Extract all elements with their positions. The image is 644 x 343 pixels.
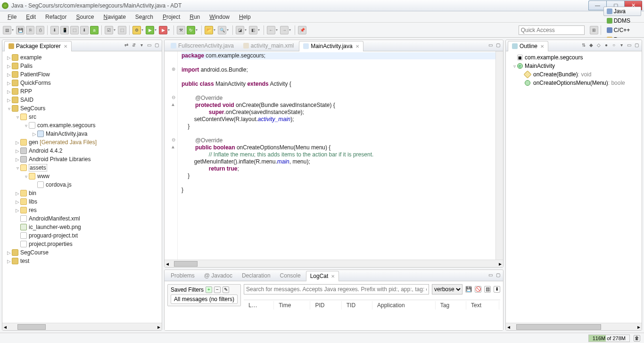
close-icon[interactable]: ✕ bbox=[64, 44, 67, 49]
tree-node[interactable]: ▿SegCours bbox=[2, 104, 162, 113]
task-button[interactable]: ◪ bbox=[236, 26, 244, 34]
print-button[interactable]: ⎙ bbox=[36, 26, 44, 34]
clear-log-icon[interactable]: 🚫 bbox=[475, 286, 481, 293]
perspective-cc[interactable]: C/C++ bbox=[603, 25, 641, 35]
code-editor[interactable]: ⊕⊖▲⊖▲ package com.example.segcours; impo… bbox=[165, 51, 503, 260]
save-log-icon[interactable]: 💾 bbox=[465, 286, 472, 293]
tree-node[interactable]: ▷Android 4.4.2 bbox=[2, 147, 162, 155]
filter1-icon[interactable]: ◆ bbox=[588, 42, 594, 49]
open-perspective-button[interactable]: ⊞ bbox=[590, 26, 598, 34]
saved-filter-item[interactable]: All messages (no filters) bbox=[171, 294, 238, 304]
new-xml-button[interactable]: ⬇ bbox=[80, 26, 89, 34]
outline-method-oncreateoptions[interactable]: onCreateOptionsMenu(Menu) bbox=[533, 80, 608, 86]
editor-tab[interactable]: MainActivity.java✕ bbox=[299, 41, 363, 51]
view-menu-icon[interactable]: ▾ bbox=[618, 42, 625, 49]
task2-button[interactable]: ◧ bbox=[249, 26, 257, 34]
perspective-java[interactable]: Java bbox=[603, 7, 641, 16]
tree-node[interactable]: ▷Android Private Libraries bbox=[2, 155, 162, 163]
editor-tab[interactable]: activity_main.xml bbox=[239, 41, 298, 51]
log-column[interactable]: TID bbox=[343, 301, 372, 310]
menu-help[interactable]: Help bbox=[234, 14, 256, 20]
pin-button[interactable]: 📌 bbox=[298, 26, 306, 34]
menu-navigate[interactable]: Navigate bbox=[99, 14, 130, 20]
tree-node[interactable]: ▷libs bbox=[2, 197, 162, 206]
run-button[interactable]: ▶ bbox=[146, 26, 154, 34]
outline-package[interactable]: com.example.segcours bbox=[525, 54, 583, 61]
minimize-outline-icon[interactable]: ▭ bbox=[626, 42, 632, 49]
remove-filter-button[interactable]: − bbox=[214, 286, 221, 293]
tree-node[interactable]: ▿assets bbox=[2, 163, 162, 172]
tree-node[interactable]: ▷SegCourse bbox=[2, 248, 162, 257]
log-column[interactable]: Application bbox=[373, 301, 436, 310]
tree-node[interactable]: ▷SAID bbox=[2, 96, 162, 104]
log-column[interactable]: Time bbox=[275, 301, 310, 310]
tree-node[interactable]: cordova.js bbox=[2, 180, 162, 189]
link-editor-icon[interactable]: ⇵ bbox=[131, 42, 137, 49]
tree-node[interactable]: ic_launcher-web.png bbox=[2, 223, 162, 231]
minimize-panel-icon[interactable]: ▭ bbox=[146, 42, 152, 49]
log-column[interactable]: Tag bbox=[437, 301, 466, 310]
gc-button[interactable]: 🗑 bbox=[634, 335, 640, 342]
editor-tab[interactable]: FullscreenActivity.java bbox=[166, 41, 238, 51]
maximize-outline-icon[interactable]: ▢ bbox=[633, 42, 640, 49]
display-icon[interactable]: ▥ bbox=[484, 286, 491, 293]
menu-refactor[interactable]: Refactor bbox=[41, 14, 71, 20]
new-button[interactable]: ▤ bbox=[3, 26, 11, 34]
filter2-icon[interactable]: ◇ bbox=[595, 42, 602, 49]
open-type-button[interactable]: 📂 bbox=[205, 26, 213, 34]
menu-edit[interactable]: Edit bbox=[21, 14, 41, 20]
tree-node[interactable]: ▷MainActivity.java bbox=[2, 130, 162, 138]
bottom-tab-javadoc[interactable]: @ Javadoc bbox=[200, 270, 237, 281]
tree-node[interactable]: ▷res bbox=[2, 206, 162, 214]
bottom-tab-declaration[interactable]: Declaration bbox=[238, 270, 275, 281]
tree-node[interactable]: ▷Palis bbox=[2, 62, 162, 70]
lint-button[interactable]: ⬚ bbox=[70, 26, 79, 34]
tree-node[interactable]: ▿com.example.segcours bbox=[2, 121, 162, 130]
form-button[interactable]: ⬚ bbox=[118, 26, 126, 34]
tree-node[interactable]: ▿www bbox=[2, 172, 162, 180]
save-all-button[interactable]: ⎘ bbox=[26, 26, 34, 34]
perspective-ddms[interactable]: DDMS bbox=[603, 16, 641, 25]
cycle-button[interactable]: ↻ bbox=[187, 26, 195, 34]
menu-window[interactable]: Window bbox=[205, 14, 234, 20]
menu-project[interactable]: Project bbox=[158, 14, 185, 20]
stop-button[interactable]: ▶ bbox=[159, 26, 167, 34]
menu-file[interactable]: File bbox=[3, 14, 21, 20]
log-level-select[interactable]: verbose bbox=[432, 284, 462, 294]
log-column[interactable]: Text bbox=[467, 301, 499, 310]
menu-search[interactable]: Search bbox=[131, 14, 158, 20]
check-button[interactable]: ☑ bbox=[105, 26, 113, 34]
android-icon[interactable]: a bbox=[90, 26, 99, 34]
avd-manager-button[interactable]: 📱 bbox=[60, 26, 69, 34]
search-button[interactable]: 🔍 bbox=[218, 26, 226, 34]
quick-access-input[interactable] bbox=[519, 25, 585, 35]
maximize-bottom-icon[interactable]: ▢ bbox=[495, 272, 501, 279]
bottom-tab-logcat[interactable]: LogCat✕ bbox=[306, 271, 339, 281]
bottom-tab-problems[interactable]: Problems bbox=[166, 270, 199, 281]
filter3-icon[interactable]: ● bbox=[603, 42, 610, 49]
filter4-icon[interactable]: ○ bbox=[611, 42, 617, 49]
tree-node[interactable]: AndroidManifest.xml bbox=[2, 214, 162, 223]
bottom-tab-console[interactable]: Console bbox=[276, 270, 305, 281]
menu-source[interactable]: Source bbox=[71, 14, 99, 20]
package-tree[interactable]: ▷example▷Palis▷PatientFlow▷QuickForms▷RP… bbox=[2, 51, 162, 267]
tree-node[interactable]: ▷PatientFlow bbox=[2, 70, 162, 79]
log-column[interactable]: PID bbox=[311, 301, 341, 310]
log-column[interactable]: L… bbox=[245, 301, 274, 310]
scroll-lock-icon[interactable]: ⬇ bbox=[494, 286, 500, 293]
tree-node[interactable]: ▷test bbox=[2, 257, 162, 265]
tab-package-explorer[interactable]: Package Explorer ✕ bbox=[4, 41, 72, 51]
h-scrollbar[interactable]: ◂▸ bbox=[165, 260, 503, 267]
ext-tools-button[interactable]: ⚒ bbox=[177, 26, 185, 34]
v-scrollbar[interactable] bbox=[495, 51, 503, 260]
tree-node[interactable]: ▷RPP bbox=[2, 87, 162, 96]
debug-icon[interactable]: ⚙ bbox=[132, 26, 141, 34]
tree-node[interactable]: ▷QuickForms bbox=[2, 79, 162, 87]
outline-method-oncreate[interactable]: onCreate(Bundle) bbox=[533, 71, 578, 78]
view-menu-icon[interactable]: ▾ bbox=[138, 42, 145, 49]
maximize-editor-icon[interactable]: ▢ bbox=[495, 42, 501, 49]
code-content[interactable]: package com.example.segcours; import and… bbox=[178, 51, 495, 260]
minimize-editor-icon[interactable]: ▭ bbox=[487, 42, 494, 49]
outline-tree[interactable]: ▦com.example.segcours ▿CMainActivity onC… bbox=[506, 51, 642, 323]
outline-class[interactable]: MainActivity bbox=[525, 63, 555, 69]
